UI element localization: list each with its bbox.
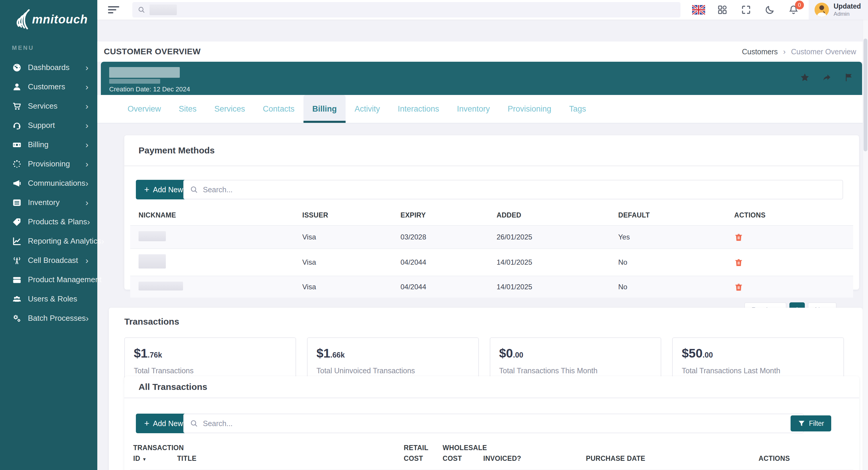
payment-methods-search[interactable] bbox=[183, 180, 843, 199]
dark-mode-button[interactable] bbox=[763, 3, 777, 17]
tab-tags[interactable]: Tags bbox=[560, 95, 595, 123]
banknote-icon bbox=[12, 140, 22, 150]
all-transactions-search-input[interactable] bbox=[203, 419, 797, 428]
page-title: CUSTOMER OVERVIEW bbox=[104, 47, 200, 56]
user-menu[interactable]: Updated Admin bbox=[809, 0, 868, 20]
headset-icon bbox=[12, 121, 22, 131]
col-issuer: ISSUER bbox=[299, 207, 398, 225]
sidebar-item-communications[interactable]: Communications› bbox=[0, 174, 97, 193]
cart-icon bbox=[12, 101, 22, 111]
all-transactions-table: TRANSACTION ID ▼ TITLE RETAIL COST WHOLE… bbox=[130, 441, 853, 470]
chevron-right-icon: › bbox=[86, 179, 88, 188]
chevron-right-icon: › bbox=[86, 121, 88, 130]
creation-date: Creation Date: 12 Dec 2024 bbox=[109, 86, 190, 93]
tab-contacts[interactable]: Contacts bbox=[254, 95, 304, 123]
apps-grid-icon bbox=[717, 4, 728, 15]
sidebar-item-products-plans[interactable]: Products & Plans› bbox=[0, 212, 97, 231]
chevron-right-icon: › bbox=[86, 63, 88, 72]
redacted-search-text bbox=[150, 4, 177, 15]
brand-name: mnitouch bbox=[32, 13, 88, 26]
hamburger-menu-icon[interactable] bbox=[108, 4, 119, 15]
transactions-title: Transactions bbox=[109, 308, 863, 327]
chevron-right-icon: › bbox=[86, 140, 88, 149]
tab-sites[interactable]: Sites bbox=[170, 95, 206, 123]
col-purchase-date: PURCHASE DATE bbox=[583, 441, 755, 470]
notifications-button[interactable]: 0 bbox=[787, 3, 800, 17]
global-search-input[interactable] bbox=[177, 6, 675, 14]
breadcrumb-current: Customer Overview bbox=[791, 48, 857, 56]
sidebar-item-cell-broadcast[interactable]: A Cell Broadcast› bbox=[0, 251, 97, 270]
add-transaction-button[interactable]: +Add New bbox=[136, 414, 191, 433]
customer-banner: Creation Date: 12 Dec 2024 bbox=[101, 62, 862, 95]
sidebar-item-batch-processes[interactable]: Batch Processes› bbox=[0, 309, 97, 328]
moon-icon bbox=[765, 4, 775, 15]
filter-button[interactable]: Filter bbox=[790, 415, 831, 432]
all-transactions-search[interactable] bbox=[183, 414, 804, 433]
megaphone-icon bbox=[12, 178, 22, 188]
delete-icon[interactable] bbox=[734, 282, 743, 292]
search-icon bbox=[190, 419, 198, 428]
plus-icon: + bbox=[144, 419, 150, 428]
breadcrumb-customers[interactable]: Customers bbox=[742, 48, 778, 56]
chevron-right-icon: › bbox=[86, 160, 88, 168]
tab-inventory[interactable]: Inventory bbox=[448, 95, 499, 123]
delete-icon[interactable] bbox=[734, 232, 743, 242]
tab-overview[interactable]: Overview bbox=[119, 95, 170, 123]
sidebar-item-services[interactable]: Services› bbox=[0, 96, 97, 116]
brand-logo: mnitouch bbox=[0, 0, 97, 31]
all-transactions-title: All Transactions bbox=[138, 382, 207, 392]
tab-activity[interactable]: Activity bbox=[346, 95, 389, 123]
menu-label: MENU bbox=[12, 44, 97, 51]
fullscreen-button[interactable] bbox=[739, 3, 753, 17]
topbar: 0 Updated Admin bbox=[97, 0, 868, 20]
plus-icon: + bbox=[144, 185, 150, 194]
sidebar-item-provisioning[interactable]: Provisioning› bbox=[0, 154, 97, 174]
apps-grid-button[interactable] bbox=[715, 3, 729, 17]
table-row: Visa 04/2044 14/01/2025 No bbox=[130, 276, 853, 297]
delete-icon[interactable] bbox=[734, 257, 743, 267]
col-transaction-id[interactable]: TRANSACTION ID ▼ bbox=[130, 441, 174, 470]
scrollbar-thumb[interactable] bbox=[864, 38, 867, 151]
sidebar-item-reporting-analytics[interactable]: Reporting & Analytics› bbox=[0, 231, 97, 251]
gears-icon bbox=[12, 313, 22, 323]
all-transactions-card: All Transactions +Add New Filter TRANSAC… bbox=[124, 376, 859, 470]
chevron-right-icon: › bbox=[86, 256, 88, 265]
chevron-right-icon: › bbox=[783, 47, 786, 56]
sidebar-item-dashboards[interactable]: Dashboards› bbox=[0, 58, 97, 77]
chevron-right-icon: › bbox=[86, 198, 88, 207]
col-actions: ACTIONS bbox=[731, 207, 853, 225]
tab-billing[interactable]: Billing bbox=[304, 95, 346, 123]
sidebar-item-billing[interactable]: Billing› bbox=[0, 135, 97, 154]
avatar bbox=[815, 3, 829, 17]
redacted-nickname bbox=[138, 231, 166, 241]
sidebar: mnitouch MENU Dashboards› Customers› Ser… bbox=[0, 0, 97, 470]
share-icon[interactable] bbox=[822, 72, 832, 83]
col-expiry: EXPIRY bbox=[398, 207, 494, 225]
payment-methods-search-input[interactable] bbox=[203, 185, 837, 194]
col-title: TITLE bbox=[174, 441, 401, 470]
tab-services[interactable]: Services bbox=[206, 95, 254, 123]
redacted-customer-subtext bbox=[109, 79, 160, 84]
chevron-right-icon: › bbox=[101, 237, 104, 246]
global-search[interactable] bbox=[132, 2, 681, 18]
col-nickname: NICKNAME bbox=[130, 207, 299, 225]
sidebar-item-users-roles[interactable]: Users & Roles bbox=[0, 289, 97, 309]
sort-desc-icon: ▼ bbox=[142, 457, 147, 462]
col-actions: ACTIONS bbox=[755, 441, 853, 470]
tab-interactions[interactable]: Interactions bbox=[389, 95, 448, 123]
svg-text:A: A bbox=[16, 257, 19, 261]
sidebar-item-inventory[interactable]: Inventory› bbox=[0, 193, 97, 212]
page-scrollbar[interactable] bbox=[863, 0, 868, 470]
chevron-right-icon: › bbox=[86, 83, 88, 91]
flag-icon[interactable] bbox=[844, 72, 854, 83]
tab-provisioning[interactable]: Provisioning bbox=[499, 95, 560, 123]
table-row: Visa 04/2044 14/01/2025 No bbox=[130, 249, 853, 276]
sidebar-item-customers[interactable]: Customers› bbox=[0, 77, 97, 96]
star-icon[interactable] bbox=[800, 72, 810, 83]
antenna-icon: A bbox=[12, 255, 22, 265]
sidebar-item-support[interactable]: Support› bbox=[0, 116, 97, 135]
add-payment-method-button[interactable]: +Add New bbox=[136, 180, 191, 199]
language-flag-button[interactable] bbox=[692, 3, 706, 17]
sidebar-nav: Dashboards› Customers› Services› Support… bbox=[0, 58, 97, 328]
sidebar-item-product-management[interactable]: Product Management bbox=[0, 270, 97, 289]
